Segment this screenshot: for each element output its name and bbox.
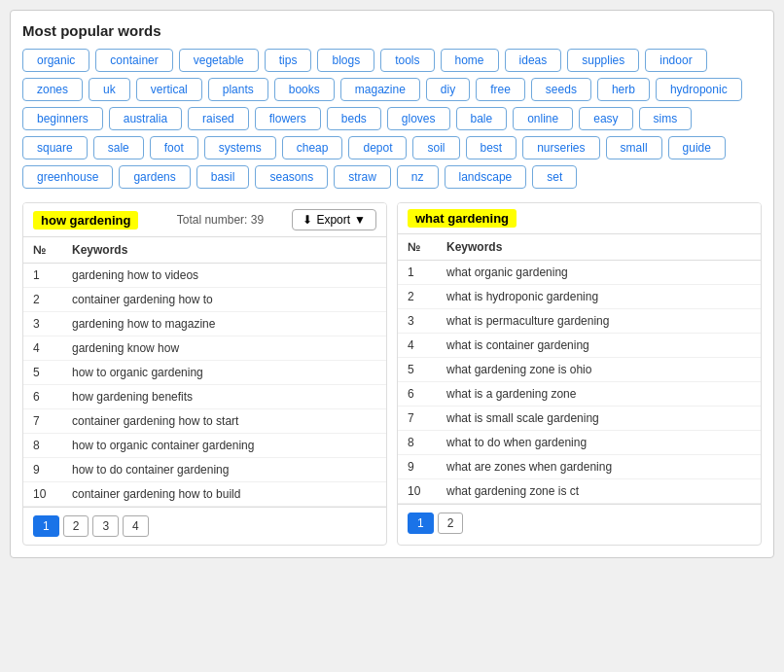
table-row: 9what are zones when gardening xyxy=(398,455,761,479)
right-panel: what gardening № Keywords 1what organic … xyxy=(397,202,762,546)
word-tag[interactable]: vertical xyxy=(136,78,202,101)
word-tag[interactable]: seasons xyxy=(255,165,328,189)
table-row: 10container gardening how to build xyxy=(23,482,386,507)
right-panel-tag[interactable]: what gardening xyxy=(408,209,517,228)
words-grid: organiccontainervegetabletipsblogstoolsh… xyxy=(22,49,762,189)
word-tag[interactable]: online xyxy=(513,107,573,130)
row-keyword: what is a gardening zone xyxy=(437,382,761,407)
row-keyword: how gardening benefits xyxy=(62,385,386,409)
word-tag[interactable]: basil xyxy=(196,165,250,189)
word-tag[interactable]: sale xyxy=(93,136,144,159)
word-tag[interactable]: uk xyxy=(89,78,130,101)
word-tag[interactable]: books xyxy=(274,78,335,101)
table-row: 6how gardening benefits xyxy=(23,385,386,409)
right-panel-header: what gardening xyxy=(398,203,761,234)
row-keyword: how to organic gardening xyxy=(62,361,386,385)
row-num: 8 xyxy=(398,431,437,455)
word-tag[interactable]: zones xyxy=(22,78,83,101)
word-tag[interactable]: beginners xyxy=(22,107,103,130)
row-keyword: container gardening how to start xyxy=(62,409,386,434)
row-num: 7 xyxy=(398,407,437,431)
word-tag[interactable]: free xyxy=(476,78,525,101)
table-row: 5what gardening zone is ohio xyxy=(398,358,761,382)
left-panel-tag[interactable]: how gardening xyxy=(33,211,138,230)
word-tag[interactable]: systems xyxy=(204,136,276,159)
left-panel-header: how gardening Total number: 39 ⬇ Export … xyxy=(23,203,386,237)
word-tag[interactable]: australia xyxy=(109,107,182,130)
word-tag[interactable]: tips xyxy=(265,49,312,72)
word-tag[interactable]: greenhouse xyxy=(22,165,113,189)
word-tag[interactable]: blogs xyxy=(317,49,374,72)
row-num: 1 xyxy=(23,264,62,288)
word-tag[interactable]: cheap xyxy=(282,136,343,159)
word-tag[interactable]: container xyxy=(95,49,172,72)
word-tag[interactable]: sims xyxy=(639,107,693,130)
left-panel: how gardening Total number: 39 ⬇ Export … xyxy=(22,202,387,546)
row-keyword: what gardening zone is ct xyxy=(437,479,761,504)
row-num: 4 xyxy=(23,336,62,361)
row-keyword: gardening know how xyxy=(62,336,386,361)
word-tag[interactable]: guide xyxy=(668,136,726,159)
word-tag[interactable]: landscape xyxy=(445,165,527,189)
word-tag[interactable]: bale xyxy=(456,107,508,130)
word-tag[interactable]: square xyxy=(22,136,88,159)
word-tag[interactable]: easy xyxy=(579,107,632,130)
row-keyword: container gardening how to xyxy=(62,288,386,312)
page-button[interactable]: 2 xyxy=(438,513,464,534)
word-tag[interactable]: plants xyxy=(208,78,268,101)
left-pagination: 1234 xyxy=(23,507,386,545)
word-tag[interactable]: foot xyxy=(150,136,198,159)
table-row: 2what is hydroponic gardening xyxy=(398,285,761,309)
page-button[interactable]: 4 xyxy=(123,515,149,537)
word-tag[interactable]: raised xyxy=(188,107,249,130)
row-num: 10 xyxy=(398,479,437,504)
right-pagination: 12 xyxy=(398,504,761,542)
word-tag[interactable]: hydroponic xyxy=(656,78,742,101)
table-row: 4gardening know how xyxy=(23,336,386,361)
table-row: 10what gardening zone is ct xyxy=(398,479,761,504)
word-tag[interactable]: nurseries xyxy=(522,136,599,159)
word-tag[interactable]: supplies xyxy=(567,49,639,72)
table-row: 9how to do container gardening xyxy=(23,458,386,482)
word-tag[interactable]: gardens xyxy=(119,165,190,189)
word-tag[interactable]: vegetable xyxy=(179,49,259,72)
page-button[interactable]: 3 xyxy=(92,515,119,537)
word-tag[interactable]: set xyxy=(532,165,577,189)
table-row: 7what is small scale gardening xyxy=(398,407,761,431)
page-button[interactable]: 1 xyxy=(33,515,59,537)
word-tag[interactable]: soil xyxy=(412,136,459,159)
word-tag[interactable]: organic xyxy=(22,49,89,72)
row-keyword: what is permaculture gardening xyxy=(437,309,761,334)
main-container: Most popular words organiccontainerveget… xyxy=(10,10,774,558)
word-tag[interactable]: seeds xyxy=(531,78,591,101)
page-button[interactable]: 1 xyxy=(408,513,434,534)
word-tag[interactable]: straw xyxy=(334,165,391,189)
row-keyword: what is container gardening xyxy=(437,334,761,358)
export-button[interactable]: ⬇ Export ▼ xyxy=(292,209,376,230)
left-panel-meta: Total number: 39 xyxy=(148,213,292,227)
page-button[interactable]: 2 xyxy=(63,515,89,537)
word-tag[interactable]: home xyxy=(441,49,499,72)
word-tag[interactable]: small xyxy=(606,136,662,159)
table-row: 1gardening how to videos xyxy=(23,264,386,288)
word-tag[interactable]: indoor xyxy=(645,49,706,72)
word-tag[interactable]: tools xyxy=(380,49,434,72)
row-num: 7 xyxy=(23,409,62,434)
section-title: Most popular words xyxy=(22,22,762,39)
right-panel-table: № Keywords 1what organic gardening2what … xyxy=(398,234,761,504)
row-keyword: what to do when gardening xyxy=(437,431,761,455)
word-tag[interactable]: herb xyxy=(597,78,650,101)
word-tag[interactable]: gloves xyxy=(387,107,450,130)
word-tag[interactable]: nz xyxy=(397,165,439,189)
word-tag[interactable]: ideas xyxy=(505,49,562,72)
word-tag[interactable]: depot xyxy=(348,136,407,159)
word-tag[interactable]: best xyxy=(466,136,517,159)
right-col-num: № xyxy=(398,234,437,261)
word-tag[interactable]: diy xyxy=(426,78,470,101)
word-tag[interactable]: beds xyxy=(327,107,381,130)
row-keyword: gardening how to magazine xyxy=(62,312,386,336)
left-col-num: № xyxy=(23,237,62,264)
word-tag[interactable]: magazine xyxy=(340,78,420,101)
word-tag[interactable]: flowers xyxy=(255,107,321,130)
table-row: 7container gardening how to start xyxy=(23,409,386,434)
